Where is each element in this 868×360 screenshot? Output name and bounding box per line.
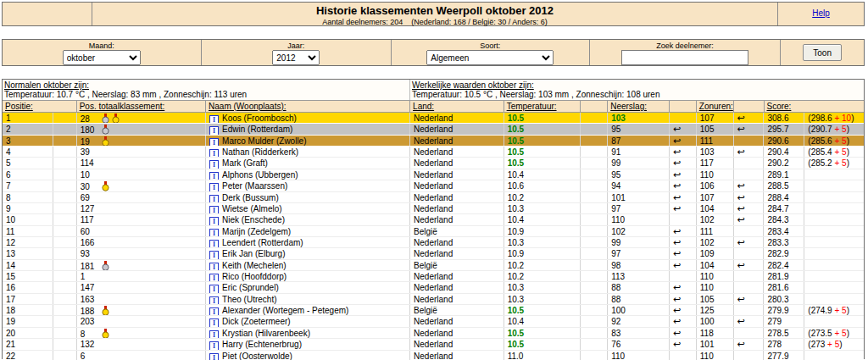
- actuals-title: Werkelijke waarden oktober zijn:: [412, 80, 864, 90]
- table-row: 18188IAlexander (Wortegem - Petegem)Belg…: [3, 305, 864, 316]
- position-spacer: [53, 124, 77, 134]
- help-link[interactable]: Help: [812, 8, 830, 18]
- bonus-points: + 5: [834, 147, 846, 157]
- year-select[interactable]: 2012: [272, 50, 320, 65]
- country-cell: Nederland: [410, 248, 504, 258]
- country-cell: Nederland: [410, 339, 504, 349]
- temperature-spacer: [581, 237, 608, 247]
- participant-info-icon[interactable]: I: [209, 353, 219, 360]
- participant-info-icon[interactable]: I: [209, 341, 219, 349]
- score-cell: 281.9: [764, 271, 804, 281]
- country-cell: Nederland: [410, 294, 504, 304]
- country-cell: België: [410, 226, 504, 236]
- sun-joker-cell: ↩: [734, 113, 765, 123]
- sun-cell: 107: [697, 113, 734, 123]
- search-input[interactable]: [621, 50, 748, 65]
- participant-info-icon[interactable]: I: [209, 251, 219, 258]
- participant-info-icon[interactable]: I: [209, 274, 219, 281]
- header-land[interactable]: Land:: [410, 101, 504, 113]
- sun-cell: 100: [697, 316, 734, 326]
- month-select[interactable]: oktober: [63, 50, 141, 65]
- total-rank-value: 10: [81, 170, 99, 180]
- participant-info-icon[interactable]: I: [209, 296, 219, 304]
- temperature-cell: 10.5: [504, 328, 581, 338]
- participant-info-icon[interactable]: I: [209, 229, 219, 236]
- participant-name: Mark (Graft): [222, 158, 268, 168]
- participant-info-icon[interactable]: I: [209, 330, 219, 338]
- rain-joker-cell: ↩: [670, 237, 697, 247]
- header-temperatuur[interactable]: Temperatuur:: [504, 101, 581, 113]
- score-bonus-cell: [804, 282, 864, 292]
- position-cell: 4: [3, 147, 53, 157]
- participant-info-icon[interactable]: I: [209, 126, 219, 134]
- ranking-rows: 128IKoos (Froombosch)Nederland10.5103107…: [3, 113, 864, 360]
- search-filter: Zoek deelnemer:: [590, 40, 782, 65]
- country-cell: Nederland: [410, 158, 504, 168]
- temperature-cell: 10.5: [504, 124, 581, 134]
- rain-joker-cell: ↩: [670, 147, 697, 157]
- temperature-cell: 10.4: [504, 316, 581, 326]
- position-cell: 18: [3, 305, 53, 315]
- score-bonus-cell: [804, 180, 864, 191]
- rain-cell: 97: [608, 248, 670, 258]
- joker-arrow-icon: ↩: [673, 249, 681, 258]
- rain-cell: 99: [608, 237, 670, 247]
- total-rank-cell: 69: [77, 192, 206, 202]
- header-neerslag[interactable]: Neerslag:: [608, 101, 670, 113]
- participant-info-icon[interactable]: I: [209, 138, 219, 146]
- show-button[interactable]: Toon: [803, 44, 842, 61]
- rain-joker-cell: ↩: [670, 136, 697, 146]
- temperature-cell: 10.5: [504, 339, 581, 349]
- participant-info-icon[interactable]: I: [209, 206, 219, 213]
- participant-name: Alexander (Wortegem - Petegem): [222, 306, 348, 315]
- participant-info-icon[interactable]: I: [209, 115, 219, 123]
- position-cell: 7: [3, 180, 53, 191]
- sun-cell: 110: [697, 169, 734, 180]
- participant-info-icon[interactable]: I: [209, 240, 219, 247]
- participant-name: Eric (Sprundel): [222, 283, 279, 292]
- temperature-cell: 10.5: [504, 158, 581, 168]
- header-score[interactable]: Score:: [765, 101, 865, 113]
- participant-count: Aantal deelnemers: 204 (Nederland: 168 /…: [322, 18, 548, 26]
- help-cell: Help: [777, 3, 864, 25]
- header-zonuren[interactable]: Zonuren:: [697, 101, 734, 113]
- participant-info-icon[interactable]: I: [209, 217, 219, 224]
- joker-arrow-icon: ↩: [737, 317, 745, 325]
- country-cell: Nederland: [410, 192, 504, 202]
- participant-info-icon[interactable]: I: [209, 160, 219, 168]
- header-positie[interactable]: Positie:: [3, 101, 77, 113]
- participant-info-icon[interactable]: I: [209, 195, 219, 202]
- sun-joker-cell: ↩: [734, 147, 765, 157]
- participant-info-icon[interactable]: I: [209, 307, 219, 315]
- sun-cell: 110: [697, 351, 734, 360]
- sun-cell: 101: [697, 339, 734, 349]
- type-select[interactable]: Algemeen: [426, 50, 554, 65]
- total-rank-cell: 114: [77, 158, 206, 168]
- temperature-spacer: [581, 316, 608, 326]
- score-bonus-cell: [804, 237, 864, 247]
- header-pos-totaalklassement[interactable]: Pos. totaalklassement:: [77, 101, 206, 113]
- temperature-spacer: [581, 214, 608, 224]
- header-naam[interactable]: Naam (Woonplaats):: [206, 101, 410, 113]
- temperature-cell: 10.4: [504, 169, 581, 180]
- participant-info-icon[interactable]: I: [209, 183, 219, 191]
- month-filter: Maand: oktober: [3, 40, 202, 65]
- participant-info-icon[interactable]: I: [209, 172, 219, 180]
- participant-info-icon[interactable]: I: [209, 149, 219, 157]
- name-cell: IKoos (Froombosch): [206, 113, 410, 123]
- table-row: 14181IKeith (Mechelen)België10.298↩104↩2…: [3, 260, 864, 271]
- position-spacer: [53, 316, 77, 326]
- sun-joker-cell: [734, 158, 765, 168]
- score-bonus-cell: [804, 351, 864, 360]
- participant-info-icon[interactable]: I: [209, 318, 219, 326]
- participant-info-icon[interactable]: I: [209, 263, 219, 270]
- country-cell: België: [410, 260, 504, 270]
- name-cell: ILeendert (Rotterdam): [206, 237, 410, 247]
- total-rank-value: 19: [81, 137, 99, 146]
- total-rank-value: 163: [81, 295, 99, 304]
- position-spacer: [53, 271, 77, 281]
- position-spacer: [53, 305, 77, 315]
- joker-arrow-icon: ↩: [673, 136, 681, 145]
- total-rank-value: 147: [81, 283, 99, 292]
- participant-info-icon[interactable]: I: [209, 285, 219, 292]
